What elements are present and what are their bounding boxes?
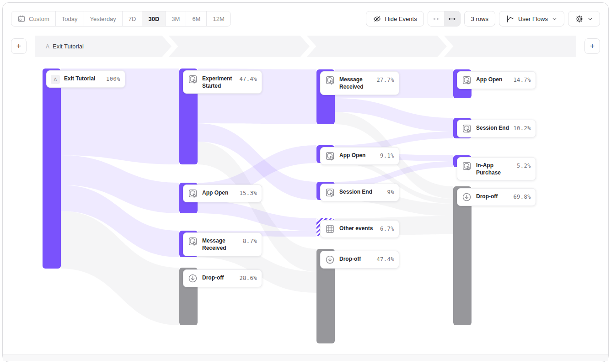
date-range-label: 6M: [192, 16, 200, 22]
event-icon: [188, 74, 198, 84]
event-icon: [461, 123, 472, 134]
date-range-7d[interactable]: 7D: [123, 11, 143, 26]
node-value: 47.4%: [376, 254, 394, 263]
date-range-label: Custom: [29, 16, 49, 22]
node-label: App Open: [202, 188, 235, 197]
node-value: 47.4%: [239, 74, 257, 82]
flow-node-card[interactable]: Other events6.7%: [320, 220, 399, 238]
node-value: 5.2%: [517, 161, 531, 169]
date-range-6m[interactable]: 6M: [186, 11, 207, 26]
flow-node-card[interactable]: Drop-off47.4%: [320, 251, 399, 269]
node-value: 6.7%: [380, 224, 394, 232]
date-range-yesterday[interactable]: Yesterday: [84, 11, 123, 26]
hide-events-label: Hide Events: [385, 16, 417, 22]
sankey-node-bar[interactable]: [453, 186, 472, 325]
step-letter-chip: A: [51, 75, 60, 84]
sankey-node-bar[interactable]: [43, 69, 61, 269]
date-range-label: Yesterday: [90, 16, 116, 22]
node-value: 9.1%: [380, 151, 394, 159]
view-label: User Flows: [518, 16, 548, 22]
date-range-3m[interactable]: 3M: [166, 11, 186, 26]
step-chevron-separator: [302, 36, 313, 57]
flow-node-card[interactable]: Message Received8.7%: [183, 232, 262, 256]
node-label: Drop-off: [476, 192, 509, 200]
view-selector-button[interactable]: User Flows: [499, 11, 564, 26]
settings-button[interactable]: [568, 11, 600, 26]
flow-node-card[interactable]: App Open14.7%: [457, 71, 536, 89]
top-toolbar: CustomTodayYesterday7D30D3M6M12M Hide Ev…: [11, 11, 600, 26]
node-label: Message Received: [339, 75, 372, 91]
node-value: 9%: [387, 187, 394, 195]
event-icon: [188, 188, 198, 199]
date-range-label: 7D: [129, 16, 136, 22]
date-range-12m[interactable]: 12M: [207, 11, 230, 26]
node-label: Other events: [339, 224, 376, 232]
flow-node-card[interactable]: App Open9.1%: [320, 147, 399, 165]
step-band: A Exit Tutorial: [35, 36, 576, 57]
flow-node-card[interactable]: In-App Purchase5.2%: [457, 157, 536, 180]
node-label: Exit Tutorial: [64, 74, 102, 83]
flow-node-card[interactable]: Experiment Started47.4%: [183, 70, 262, 94]
collapse-columns-button[interactable]: [428, 11, 444, 26]
arrows-collapse-icon: [432, 15, 440, 23]
rows-label: 3 rows: [471, 16, 488, 22]
drop-off-icon: [188, 273, 198, 284]
flow-node-card[interactable]: Session End9%: [320, 184, 399, 201]
date-range-label: 3M: [172, 16, 180, 22]
add-step-left-button[interactable]: +: [11, 38, 27, 54]
node-label: Experiment Started: [202, 74, 235, 90]
node-label: App Open: [339, 151, 376, 159]
flow-node-card[interactable]: App Open15.3%: [183, 185, 262, 202]
step-title: Exit Tutorial: [53, 43, 84, 50]
node-label: Drop-off: [339, 254, 372, 263]
event-icon: [188, 236, 198, 247]
flow-step-header: + A Exit Tutorial +: [0, 36, 611, 57]
node-value: 28.6%: [239, 273, 257, 281]
chart-icon: [506, 15, 515, 23]
node-value: 100%: [106, 74, 120, 82]
flow-node-card[interactable]: Message Received27.7%: [320, 71, 399, 95]
date-range-label: 12M: [213, 16, 224, 22]
node-label: In-App Purchase: [476, 161, 513, 177]
gear-icon: [575, 15, 584, 23]
node-value: 8.7%: [243, 236, 257, 244]
date-range-custom[interactable]: Custom: [11, 11, 56, 26]
node-value: 10.2%: [513, 123, 531, 132]
rows-button[interactable]: 3 rows: [464, 11, 495, 26]
event-icon: [325, 151, 335, 161]
node-label: Drop-off: [202, 273, 235, 282]
flow-node-card[interactable]: Drop-off28.6%: [183, 269, 262, 287]
step-chevron-separator: [164, 36, 175, 57]
plus-icon: +: [16, 42, 21, 51]
eye-off-icon: [373, 15, 381, 23]
date-range-label: 30D: [148, 16, 159, 22]
calendar-icon: [17, 15, 26, 23]
event-icon: [325, 75, 335, 85]
expand-columns-button[interactable]: [444, 11, 460, 26]
step-chevron-separator: [439, 36, 450, 57]
flow-node-card[interactable]: Session End10.2%: [457, 120, 536, 137]
node-value: 15.3%: [239, 188, 257, 196]
chevron-down-icon: [587, 16, 593, 22]
node-label: Session End: [339, 187, 383, 196]
node-value: 69.8%: [513, 192, 531, 200]
add-step-right-button[interactable]: +: [584, 38, 600, 54]
node-label: Session End: [476, 123, 509, 132]
date-range-today[interactable]: Today: [56, 11, 84, 26]
width-toggle-group: [428, 11, 461, 26]
date-range-label: Today: [62, 16, 78, 22]
flow-node-card[interactable]: AExit Tutorial100%: [46, 70, 125, 88]
step-label[interactable]: A Exit Tutorial: [46, 36, 84, 57]
plus-icon: +: [590, 42, 595, 51]
chevron-down-icon: [552, 16, 557, 22]
date-range-30d[interactable]: 30D: [142, 11, 166, 26]
other-events-icon: [325, 224, 335, 234]
horizontal-scrollbar[interactable]: [3, 354, 608, 361]
hide-events-button[interactable]: Hide Events: [366, 11, 424, 26]
event-icon: [461, 161, 472, 171]
step-letter: A: [46, 43, 49, 50]
node-label: App Open: [476, 75, 509, 84]
flow-node-card[interactable]: Drop-off69.8%: [457, 188, 536, 206]
user-flows-app: CustomTodayYesterday7D30D3M6M12M Hide Ev…: [0, 0, 611, 364]
event-icon: [325, 187, 335, 198]
